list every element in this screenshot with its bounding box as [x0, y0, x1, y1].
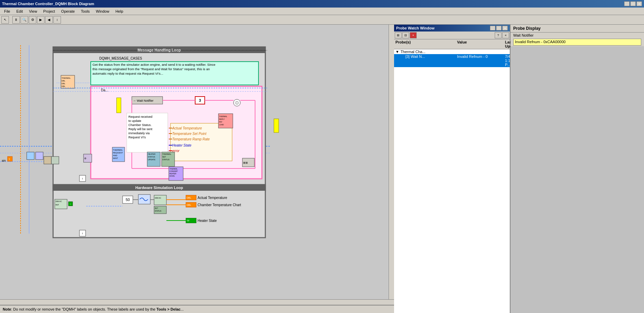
- main-content: Message Handling Loop DQMH_MESSAGE_CASES…: [0, 25, 644, 313]
- col-probes: Probe(s): [395, 40, 457, 48]
- set-status-hw2: STATUS: [155, 210, 162, 212]
- yellow-indicator: [116, 98, 121, 113]
- actual-temp-hw-label: Actual Temperature: [198, 196, 227, 200]
- menu-edit[interactable]: Edit: [14, 9, 26, 14]
- pw-btn2[interactable]: ⊟: [402, 32, 409, 38]
- menu-project[interactable]: Project: [40, 9, 58, 14]
- convert-block: THERMAL: [169, 168, 178, 170]
- probe-display-title: Probe Display: [510, 25, 644, 33]
- probe-content: ▼ Thermal Cha... [3] Wait N... Invalid R…: [394, 49, 510, 313]
- bottom-note: Note: Do not modify or remove the "DQMH"…: [0, 305, 394, 313]
- minimize-button[interactable]: _: [624, 1, 630, 6]
- comment-text3: automatic reply to that request via Requ…: [92, 72, 163, 75]
- sim-ac-left: SIM AC: [55, 200, 62, 202]
- pw-close[interactable]: ×: [502, 26, 508, 30]
- reply-block3: PAY: [219, 121, 223, 123]
- thermal-top2: DBL: [62, 80, 65, 82]
- menu-file[interactable]: File: [1, 9, 13, 14]
- block-diagram-area: Message Handling Loop DQMH_MESSAGE_CASES…: [0, 25, 394, 313]
- probe-watch-window: Probe Watch Window _ □ × ⊞ ⊟ × ? « Probe…: [394, 25, 510, 313]
- close-button[interactable]: ×: [636, 1, 642, 6]
- bd-vscroll[interactable]: [389, 25, 394, 299]
- probe-child-id: [3] Wait N...: [395, 54, 457, 67]
- bd-canvas[interactable]: Message Handling Loop DQMH_MESSAGE_CASES…: [0, 25, 389, 299]
- thermal-req-block: THERMAL: [113, 149, 123, 151]
- menu-bar: File Edit View Project Operate Tools Win…: [0, 8, 644, 15]
- menu-operate[interactable]: Operate: [59, 9, 78, 14]
- probe-table-header: Probe(s) Value Last Update: [394, 39, 510, 49]
- probe-tree-parent[interactable]: ▼ Thermal Cha...: [394, 49, 510, 54]
- pw-collapse-btn[interactable]: «: [502, 32, 509, 38]
- matrix-block: ⊞⊞: [243, 161, 248, 164]
- toolbar-pause-btn[interactable]: ⏸: [12, 16, 20, 24]
- bd-svg: Message Handling Loop DQMH_MESSAGE_CASES…: [0, 25, 389, 299]
- toolbar-btn4[interactable]: ↕: [53, 16, 61, 24]
- thermal-req-block3: AND: [113, 154, 117, 156]
- pw-minimize[interactable]: _: [490, 26, 495, 30]
- toolbar-search-btn[interactable]: 🔍: [21, 16, 28, 24]
- comment-text1: Get the status from the simulator action…: [92, 63, 215, 66]
- number-3: 3: [199, 98, 201, 102]
- menu-view[interactable]: View: [26, 9, 40, 14]
- tree-parent-label: Thermal Cha...: [401, 50, 426, 54]
- req-text2: to update: [128, 119, 141, 123]
- reply-block: THERMAL: [219, 115, 227, 117]
- chamber-chart-label: Chamber Temperature Chart: [198, 203, 241, 207]
- toolbar-btn1[interactable]: ⚙: [29, 16, 36, 24]
- thermal-req-block2: REQUEST: [113, 152, 123, 154]
- probe-child-update: 7/4/2017 1:11:26 P...: [505, 54, 510, 67]
- heater-state-label-1: Heater State: [172, 143, 192, 147]
- toolbar-arrow-btn[interactable]: ↖: [1, 16, 9, 24]
- req-text3: Chamber Status.: [128, 123, 152, 127]
- sim-ac-left2: INIT: [55, 204, 59, 206]
- pw-maximize[interactable]: □: [496, 26, 502, 30]
- title-bar: Thermal Chamber Controller_DQMH Block Di…: [0, 0, 644, 8]
- svg-rect-54: [36, 152, 43, 160]
- heater-state-hw-label: Heater State: [198, 219, 217, 223]
- temp-set-label: Temperature Set Point: [172, 132, 207, 136]
- col-value: Value: [457, 40, 505, 48]
- actual-temp-label: Actual Temperature: [172, 126, 202, 130]
- bd-inner: Message Handling Loop DQMH_MESSAGE_CASES…: [0, 25, 394, 299]
- pw-help-btn[interactable]: ?: [495, 32, 502, 38]
- probe-child-value: Invalid Refnum - 0: [457, 54, 505, 67]
- pw-btn1[interactable]: ⊞: [395, 32, 402, 38]
- dbl-ind1: DBL: [187, 197, 191, 199]
- note-text: Note: Do not modify or remove the "DQMH"…: [3, 307, 184, 311]
- thermal-top3: DBL: [62, 83, 65, 85]
- probe-display-panel: Probe Display Wait Notifier Invalid Refn…: [510, 25, 644, 313]
- maximize-button[interactable]: □: [630, 1, 636, 6]
- iter-terminal-hw: i: [82, 232, 83, 235]
- info-icon: ⓘ: [235, 101, 239, 105]
- t-block: T: [9, 158, 10, 161]
- svg-rect-50: [274, 119, 279, 133]
- convert-block4: STATE: [169, 175, 175, 177]
- menu-tools[interactable]: Tools: [78, 9, 92, 14]
- svg-rect-56: [51, 156, 59, 164]
- set-status-hw: SET: [155, 207, 158, 209]
- value-50: 50: [126, 198, 130, 202]
- menu-help[interactable]: Help: [113, 9, 126, 14]
- pw-close-btn[interactable]: ×: [410, 32, 417, 38]
- case-label: DQMH_MESSAGE_CASES: [99, 57, 142, 60]
- status-update-block2: STATUS: [148, 156, 155, 158]
- probe-display-content: [510, 46, 644, 313]
- tf-ind: TF: [187, 220, 190, 222]
- convert-block2: CONVERT: [169, 170, 178, 172]
- convert-block3: HEATER: [169, 173, 176, 175]
- gear-block: ⚙: [84, 157, 86, 160]
- temp-ramp-label: Temperature Ramp Rate: [172, 137, 210, 141]
- toolbar-btn2[interactable]: ▶: [37, 16, 45, 24]
- comment-text2: this message originated from the "Reques…: [92, 67, 210, 71]
- probe-table-row[interactable]: [3] Wait N... Invalid Refnum - 0 7/4/201…: [394, 54, 510, 67]
- bd-hscroll[interactable]: [0, 299, 394, 305]
- toolbar: ↖ ⏸ 🔍 ⚙ ▶ ◀ ↕: [0, 15, 644, 25]
- probe-watch-toolbar: ⊞ ⊟ × ? «: [394, 32, 510, 39]
- tree-collapse-icon[interactable]: ▼: [395, 50, 399, 54]
- msg-loop-title: Message Handling Loop: [138, 48, 181, 52]
- thermal-top4: DBL: [62, 85, 65, 87]
- sim-ac-mid: SIM AC: [155, 197, 161, 199]
- menu-window[interactable]: Window: [93, 9, 112, 14]
- toolbar-btn3[interactable]: ◀: [45, 16, 53, 24]
- probe-watch-titlebar: Probe Watch Window _ □ ×: [394, 25, 510, 32]
